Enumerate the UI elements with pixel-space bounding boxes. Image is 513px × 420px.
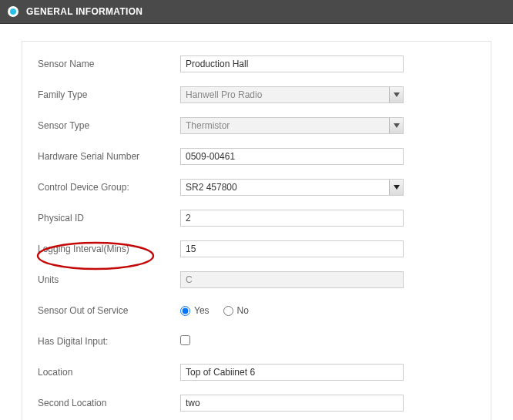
out-of-service-label: Sensor Out of Service	[38, 305, 180, 316]
out-of-service-no-option[interactable]: No	[223, 305, 249, 316]
chevron-down-icon[interactable]	[389, 180, 403, 195]
second-location-label: Second Location	[38, 398, 180, 408]
sensor-type-select: Thermistor	[180, 117, 404, 134]
sensor-type-label: Sensor Type	[38, 120, 180, 131]
physical-id-input[interactable]	[180, 210, 404, 227]
out-of-service-yes-option[interactable]: Yes	[180, 305, 210, 316]
yes-label: Yes	[194, 305, 210, 316]
log-interval-label: Logging Interval(Mins)	[38, 244, 180, 254]
header-bullet-icon	[8, 6, 18, 17]
sensor-name-input[interactable]	[180, 55, 404, 72]
out-of-service-yes-radio[interactable]	[180, 306, 190, 316]
units-label: Units	[38, 274, 180, 285]
svg-marker-1	[394, 123, 400, 128]
out-of-service-no-radio[interactable]	[223, 306, 233, 316]
log-interval-input[interactable]	[180, 240, 404, 257]
sensor-name-label: Sensor Name	[38, 59, 180, 69]
ctrl-group-value: SR2 457800	[186, 182, 237, 193]
location-input[interactable]	[180, 364, 404, 381]
general-information-panel: Sensor Name Family Type Hanwell Pro Radi…	[22, 41, 491, 420]
location-label: Location	[38, 367, 180, 378]
ctrl-group-select[interactable]: SR2 457800	[180, 179, 404, 196]
family-type-select: Hanwell Pro Radio	[180, 86, 404, 103]
has-digital-label: Has Digital Input:	[38, 336, 180, 347]
family-type-value: Hanwell Pro Radio	[186, 89, 262, 100]
has-digital-checkbox[interactable]	[180, 335, 190, 345]
no-label: No	[237, 305, 249, 316]
sensor-type-value: Thermistor	[186, 120, 230, 131]
physical-id-label: Physical ID	[38, 213, 180, 223]
svg-marker-0	[394, 92, 400, 97]
header-title: GENERAL INFORMATION	[26, 6, 142, 17]
section-header: GENERAL INFORMATION	[0, 0, 513, 24]
chevron-down-icon	[389, 118, 403, 133]
units-input	[180, 271, 404, 288]
svg-marker-2	[394, 185, 400, 190]
hw-serial-input[interactable]	[180, 148, 404, 165]
chevron-down-icon	[389, 87, 403, 102]
ctrl-group-label: Control Device Group:	[38, 182, 180, 193]
second-location-input[interactable]	[180, 395, 404, 412]
family-type-label: Family Type	[38, 89, 180, 100]
hw-serial-label: Hardware Serial Number	[38, 151, 180, 162]
